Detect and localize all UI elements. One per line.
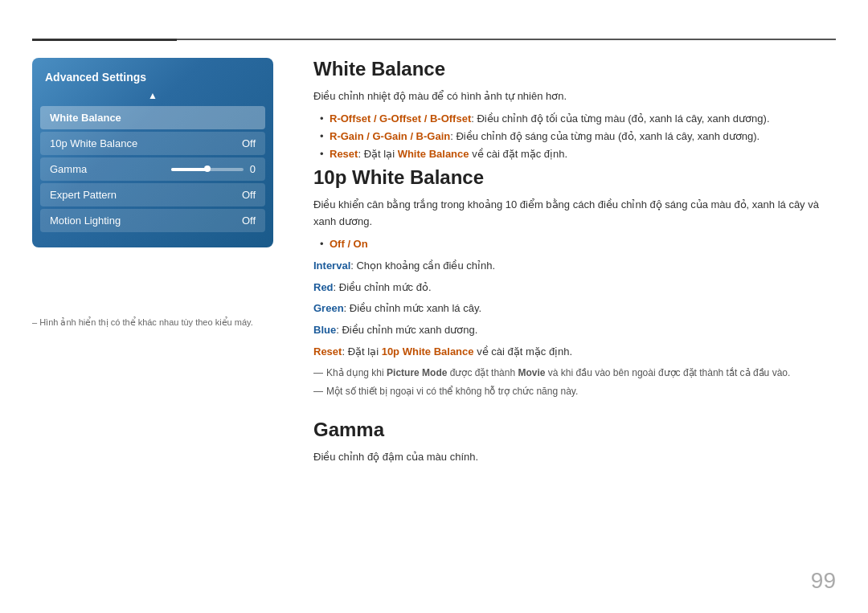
reset-10p-wb-label: 10p White Balance <box>382 345 474 358</box>
gamma-slider[interactable] <box>171 168 244 171</box>
bullet-roffset: R-Offset / G-Offset / B-Offset: Điều chỉ… <box>320 110 836 128</box>
left-panel: Advanced Settings ▲ White Balance 10p Wh… <box>32 58 273 247</box>
red-label: Red <box>313 281 334 293</box>
sidebar-item-motion-lighting[interactable]: Motion Lighting Off <box>40 209 265 232</box>
10p-sub-bullet: Off / On <box>313 235 836 253</box>
advanced-settings-box: Advanced Settings ▲ White Balance 10p Wh… <box>32 58 273 247</box>
bullet-rgain: R-Gain / G-Gain / B-Gain: Điều chỉnh độ … <box>320 128 836 145</box>
sidebar-item-gamma[interactable]: Gamma 0 <box>40 157 265 181</box>
roffset-label: R-Offset / G-Offset / B-Offset <box>330 112 471 125</box>
red-line: Red: Điều chỉnh mức đỏ. <box>313 280 836 296</box>
top-line-accent <box>32 39 177 41</box>
gamma-text: Điều chỉnh độ đậm của màu chính. <box>313 449 836 466</box>
page-number: 99 <box>811 568 836 594</box>
off-on-label: Off / On <box>330 238 368 250</box>
gamma-row: 0 <box>171 163 256 175</box>
white-balance-bullets: R-Offset / G-Offset / B-Offset: Điều chỉ… <box>320 110 836 163</box>
interval-line: Interval: Chọn khoảng cần điều chỉnh. <box>313 258 836 275</box>
reset-wb-label: White Balance <box>398 148 469 160</box>
sidebar-item-expert-pattern[interactable]: Expert Pattern Off <box>40 183 265 206</box>
rgain-label: R-Gain / G-Gain / B-Gain <box>330 130 450 142</box>
10p-intro: Điều khiển cân bằng trắng trong khoảng 1… <box>313 197 836 231</box>
bullet-reset-wb: Reset: Đặt lại White Balance về cài đặt … <box>320 145 836 163</box>
advanced-settings-title: Advanced Settings <box>32 67 273 90</box>
note-2: Một số thiết bị ngoại vi có thể không hỗ… <box>313 384 836 399</box>
10p-white-balance-title: 10p White Balance <box>313 166 836 189</box>
arrow-up-icon: ▲ <box>32 90 273 101</box>
reset-10p-line: Reset: Đặt lại 10p White Balance về cài … <box>313 344 836 361</box>
reset-label: Reset <box>330 148 358 160</box>
gamma-title: Gamma <box>313 419 836 441</box>
green-line: Green: Điều chỉnh mức xanh lá cây. <box>313 300 836 317</box>
white-balance-intro: Điều chỉnh nhiệt độ màu để có hình ảnh t… <box>313 88 836 105</box>
blue-line: Blue: Điều chỉnh mức xanh dương. <box>313 322 836 339</box>
right-content: White Balance Điều chỉnh nhiệt độ màu để… <box>313 58 836 471</box>
blue-label: Blue <box>313 324 336 336</box>
sidebar-item-white-balance[interactable]: White Balance <box>40 106 265 129</box>
movie-label: Movie <box>518 367 545 378</box>
note-1: Khả dụng khi Picture Mode được đặt thành… <box>313 366 836 381</box>
sidebar-item-10p-white-balance[interactable]: 10p White Balance Off <box>40 132 265 155</box>
footnote: – Hình ảnh hiển thị có thể khác nhau tùy… <box>32 317 253 328</box>
reset-10p-label: Reset <box>313 345 342 358</box>
green-label: Green <box>313 302 344 314</box>
interval-label: Interval <box>313 260 350 272</box>
white-balance-title: White Balance <box>313 58 836 80</box>
picture-mode-label: Picture Mode <box>387 367 447 378</box>
